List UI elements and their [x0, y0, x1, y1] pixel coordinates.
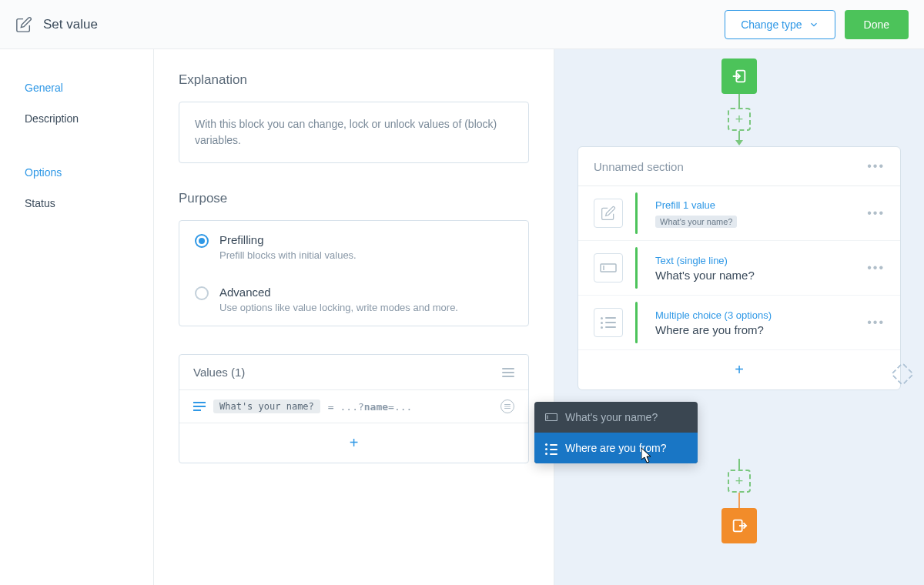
edit-block-icon	[594, 199, 623, 228]
change-type-button[interactable]: Change type	[725, 10, 835, 39]
block-text-input[interactable]: Text (single line) What's your name? •••	[578, 241, 900, 296]
popup-item-name[interactable]: What's your name?	[534, 402, 698, 433]
purpose-radio-group: Prefilling Prefill blocks with initial v…	[179, 220, 529, 326]
enter-icon	[731, 68, 748, 85]
main: General Description Options Status Expla…	[0, 49, 924, 585]
values-box: Values (1) What's your name? = ...?name=…	[179, 354, 529, 463]
sidebar-item-options[interactable]: Options	[0, 157, 153, 188]
start-node[interactable]	[721, 58, 757, 94]
add-node-button[interactable]: +	[728, 108, 751, 131]
text-field-icon	[545, 413, 557, 422]
edit-icon	[15, 16, 32, 33]
header-left: Set value	[15, 16, 98, 33]
sidebar: General Description Options Status	[0, 49, 154, 585]
change-type-label: Change type	[741, 18, 802, 31]
sidebar-item-description[interactable]: Description	[0, 103, 153, 134]
chevron-down-icon	[808, 19, 819, 30]
svg-rect-0	[193, 402, 206, 403]
more-dots-icon[interactable]: •••	[867, 206, 885, 220]
block-title: What's your name?	[655, 269, 853, 282]
purpose-option-label: Prefilling	[219, 233, 357, 246]
done-button[interactable]: Done	[845, 10, 909, 39]
add-node-button[interactable]: +	[728, 470, 751, 493]
section-card-title: Unnamed section	[594, 160, 684, 173]
content-panel: Explanation With this block you can chan…	[154, 49, 554, 585]
sidebar-item-general[interactable]: General	[0, 72, 153, 103]
section-card: Unnamed section ••• Prefill 1 value What…	[578, 146, 901, 390]
purpose-option-prefilling[interactable]: Prefilling Prefill blocks with initial v…	[179, 221, 528, 273]
block-label: Multiple choice (3 options)	[655, 309, 853, 321]
list-icon	[545, 443, 557, 453]
purpose-option-desc: Prefill blocks with initial values.	[219, 249, 357, 261]
purpose-option-label: Advanced	[219, 286, 458, 299]
page-title: Set value	[43, 17, 98, 32]
connector-line	[738, 94, 740, 108]
popup-item-label: What's your name?	[565, 411, 658, 423]
add-block-button[interactable]: +	[578, 350, 900, 389]
block-multiple-choice[interactable]: Multiple choice (3 options) Where are yo…	[578, 296, 900, 350]
sidebar-item-status[interactable]: Status	[0, 188, 153, 219]
more-dots-icon[interactable]: •••	[867, 159, 885, 173]
purpose-option-advanced[interactable]: Advanced Use options like value locking,…	[179, 273, 528, 326]
block-title: Where are you from?	[655, 323, 853, 336]
purpose-option-desc: Use options like value locking, write mo…	[219, 302, 458, 313]
arrow-down-icon	[735, 140, 743, 145]
value-chip: What's your name?	[213, 399, 320, 413]
svg-rect-1	[193, 406, 206, 407]
menu-lines-icon[interactable]	[502, 368, 514, 377]
svg-rect-2	[193, 410, 201, 411]
radio-selected-icon	[195, 234, 209, 248]
more-dots-icon[interactable]: •••	[867, 316, 885, 329]
row-options-icon[interactable]	[500, 399, 514, 413]
block-chip: What's your name?	[655, 216, 737, 228]
add-value-button[interactable]: +	[179, 423, 528, 463]
section-card-header[interactable]: Unnamed section •••	[578, 147, 900, 186]
field-picker-popup: What's your name? Where are you from?	[534, 402, 698, 463]
block-label: Text (single line)	[655, 255, 853, 266]
radio-unselected-icon	[195, 286, 209, 300]
explanation-text: With this block you can change, lock or …	[179, 102, 529, 163]
popup-item-where[interactable]: Where are you from?	[534, 433, 698, 463]
canvas: + Unnamed section ••• Prefill 1 value Wh…	[554, 49, 924, 585]
popup-item-label: Where are you from?	[565, 442, 667, 454]
explanation-title: Explanation	[179, 72, 529, 88]
value-expression: = ...?name=...	[328, 401, 413, 413]
more-dots-icon[interactable]: •••	[867, 261, 885, 275]
end-node[interactable]	[721, 508, 757, 543]
header-actions: Change type Done	[725, 10, 909, 39]
svg-rect-4	[601, 264, 616, 272]
connector-line	[738, 459, 740, 470]
values-row[interactable]: What's your name? = ...?name=...	[179, 390, 528, 423]
list-icon	[594, 308, 623, 337]
values-header: Values (1)	[179, 355, 528, 390]
text-icon	[193, 402, 206, 411]
exit-icon	[731, 517, 748, 534]
text-field-icon	[594, 253, 623, 282]
connector-line	[738, 493, 740, 508]
block-accent	[635, 302, 638, 343]
header: Set value Change type Done	[0, 0, 924, 49]
block-accent	[635, 247, 638, 289]
block-accent	[635, 192, 638, 234]
block-prefill[interactable]: Prefill 1 value What's your name? •••	[578, 186, 900, 241]
block-label: Prefill 1 value	[655, 199, 853, 211]
values-title: Values (1)	[193, 366, 245, 379]
purpose-title: Purpose	[179, 191, 529, 206]
